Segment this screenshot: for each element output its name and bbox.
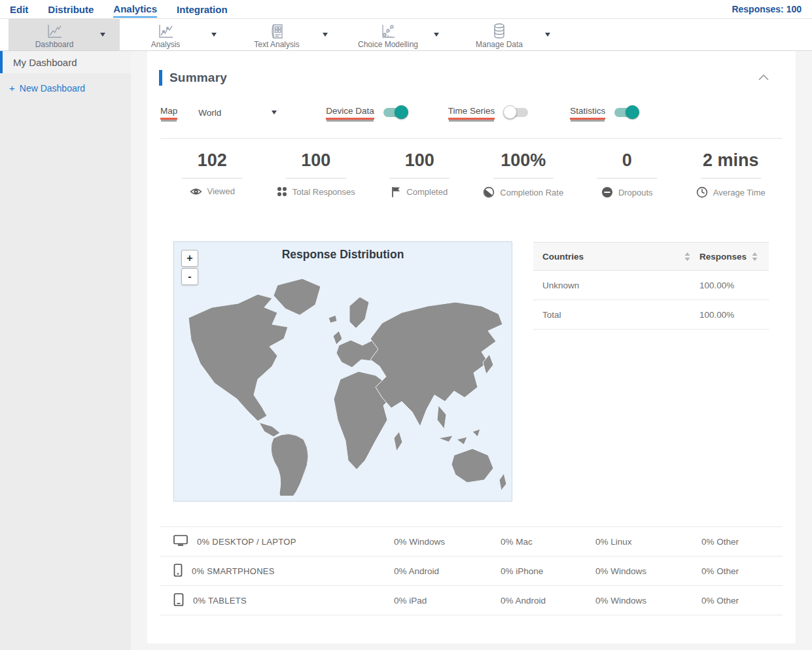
stat-viewed: 102 Viewed	[160, 150, 264, 198]
stat-dropouts: 0 Dropouts	[575, 150, 679, 198]
contrast-icon	[483, 186, 495, 198]
divider	[160, 138, 783, 139]
stat-label: Completion Rate	[500, 188, 563, 197]
stat-total-responses: 100 Total Responses	[264, 150, 368, 198]
device-detail: 0% Android	[394, 566, 501, 576]
stat-label: Average Time	[713, 188, 766, 197]
time-series-label[interactable]: Time Series	[448, 106, 495, 120]
responses-cell: 100.00%	[699, 281, 760, 290]
chevron-down-icon[interactable]	[100, 33, 105, 37]
toolbar-item-choice-modelling[interactable]: Choice Modelling	[342, 19, 453, 50]
nav-analytics[interactable]: Analytics	[113, 1, 157, 18]
statistics-label[interactable]: Statistics	[570, 106, 605, 120]
map-region-value: World	[198, 108, 221, 118]
sidebar-item-my-dashboard[interactable]: My Dashboard	[0, 51, 131, 73]
stat-label: Completed	[406, 187, 448, 197]
toolbar-item-label: Manage Data	[476, 40, 523, 49]
device-label: 0% TABLETS	[193, 596, 247, 606]
device-detail: 0% Windows	[595, 596, 701, 606]
stat-value: 102	[198, 150, 227, 174]
device-stats: 0% DESKTOP / LAPTOP 0% Windows 0% Mac 0%…	[160, 526, 783, 615]
device-detail: 0% iPhone	[501, 566, 595, 576]
stat-label: Dropouts	[618, 188, 653, 197]
nav-distribute[interactable]: Distribute	[48, 1, 94, 17]
device-detail: 0% Other	[701, 566, 783, 576]
stat-value: 100%	[501, 150, 546, 174]
time-series-toggle[interactable]	[504, 108, 528, 117]
stat-label: Total Responses	[292, 187, 355, 197]
device-detail: 0% Android	[501, 596, 595, 606]
toolbar-item-label: Text Analysis	[254, 40, 299, 49]
stat-completion-rate: 100% Completion Rate	[472, 150, 576, 198]
table-row: Total 100.00%	[533, 300, 769, 330]
countries-table-header: Countries Responses	[533, 242, 769, 271]
collapse-chevron-icon[interactable]	[758, 72, 769, 84]
nav-integration[interactable]: Integration	[177, 1, 228, 17]
summary-title: Summary	[169, 71, 227, 85]
plus-icon: +	[9, 82, 15, 94]
summary-panel: Summary Map World Device Data Time Serie…	[147, 51, 796, 643]
stat-label: Viewed	[207, 186, 235, 196]
device-row-smartphones: 0% SMARTPHONES 0% Android 0% iPhone 0% W…	[160, 556, 783, 586]
responses-column-header[interactable]: Responses	[699, 252, 747, 262]
stat-average-time: 2 mins Average Time	[679, 150, 783, 198]
statistics-toggle[interactable]	[614, 108, 639, 117]
toggle-knob	[626, 105, 639, 119]
map-title: Response Distribution	[174, 248, 512, 262]
device-row-desktop: 0% DESKTOP / LAPTOP 0% Windows 0% Mac 0%…	[160, 527, 783, 556]
smartphone-icon	[173, 564, 183, 579]
chevron-down-icon[interactable]	[323, 33, 328, 37]
nav-items: Edit Distribute Analytics Integration	[0, 1, 228, 18]
responses-count: Responses: 100	[732, 4, 812, 14]
toolbar-item-label: Dashboard	[35, 40, 74, 49]
new-dashboard-label: New Dashboard	[20, 83, 85, 94]
sort-icon[interactable]	[752, 252, 758, 261]
chevron-down-icon	[272, 111, 277, 114]
clock-icon	[696, 186, 708, 198]
new-dashboard-button[interactable]: + New Dashboard	[9, 82, 131, 94]
document-grid-icon	[269, 24, 285, 39]
country-cell: Unknown	[542, 281, 699, 290]
toolbar-item-label: Analysis	[151, 40, 181, 49]
toolbar-item-manage-data[interactable]: Manage Data	[453, 19, 565, 50]
stat-value: 100	[405, 150, 434, 174]
toggle-knob	[503, 105, 517, 119]
scatter-chart-icon	[380, 24, 396, 39]
nav-edit[interactable]: Edit	[10, 1, 28, 17]
top-nav: Edit Distribute Analytics Integration Re…	[0, 0, 812, 19]
device-data-label[interactable]: Device Data	[326, 106, 374, 120]
country-cell: Total	[542, 310, 699, 320]
sidebar: My Dashboard + New Dashboard	[0, 51, 131, 650]
stat-value: 100	[301, 150, 330, 174]
toolbar-item-analysis[interactable]: Analysis	[120, 19, 231, 50]
map-region-select[interactable]: World	[198, 108, 277, 118]
sidebar-item-label: My Dashboard	[13, 57, 77, 68]
stat-value: 0	[622, 150, 632, 174]
tablet-icon	[173, 593, 184, 608]
toolbar-item-text-analysis[interactable]: Text Analysis	[231, 19, 342, 50]
countries-table: Countries Responses Unknown 100.00% Tota…	[533, 242, 769, 330]
chevron-down-icon[interactable]	[545, 33, 550, 37]
toolbar-item-dashboard[interactable]: Dashboard	[9, 19, 120, 50]
world-map[interactable]	[174, 267, 512, 496]
chevron-down-icon[interactable]	[211, 33, 217, 37]
map-panel: Response Distribution + -	[173, 241, 512, 502]
countries-column-header[interactable]: Countries	[542, 252, 584, 262]
map-label[interactable]: Map	[160, 106, 177, 120]
desktop-icon	[173, 535, 188, 549]
chevron-down-icon[interactable]	[434, 33, 439, 37]
toggle-knob	[395, 105, 408, 119]
sort-icon[interactable]	[684, 252, 690, 261]
line-chart-icon	[157, 24, 174, 39]
device-label: 0% DESKTOP / LAPTOP	[197, 537, 296, 547]
stats-row: 102 Viewed 100 Total Responses 100	[160, 150, 783, 198]
device-detail: 0% Windows	[595, 566, 701, 576]
flag-icon	[391, 186, 401, 197]
device-detail: 0% Other	[701, 537, 783, 547]
device-row-tablets: 0% TABLETS 0% iPad 0% Android 0% Windows…	[160, 586, 783, 615]
map-zoom-in-button[interactable]: +	[181, 250, 198, 267]
device-data-toggle[interactable]	[383, 108, 408, 117]
device-detail: 0% Mac	[501, 537, 595, 547]
stat-value: 2 mins	[703, 150, 759, 174]
device-detail: 0% Linux	[595, 537, 701, 547]
